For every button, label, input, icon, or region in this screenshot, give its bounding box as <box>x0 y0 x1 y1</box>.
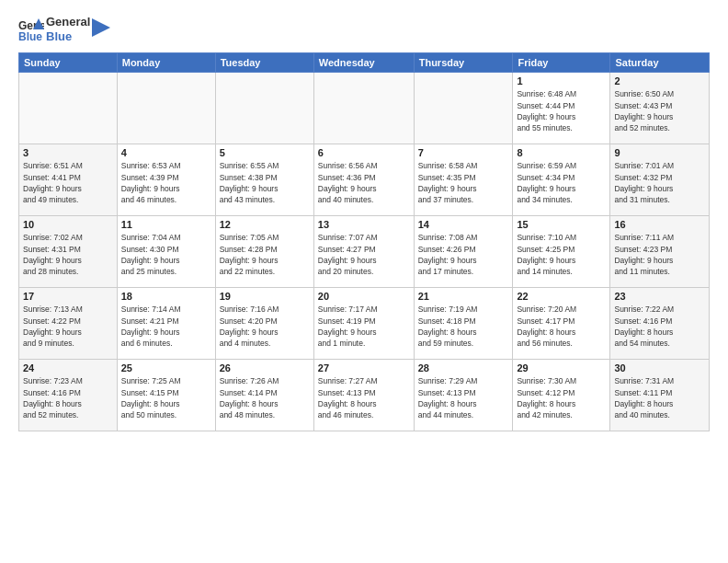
day-number: 15 <box>517 219 606 230</box>
day-number: 7 <box>418 147 509 158</box>
day-info: Sunrise: 7:29 AM Sunset: 4:13 PM Dayligh… <box>418 375 509 420</box>
calendar-week-5: 24Sunrise: 7:23 AM Sunset: 4:16 PM Dayli… <box>19 360 710 431</box>
col-monday: Monday <box>117 53 215 73</box>
calendar-day: 5Sunrise: 6:55 AM Sunset: 4:38 PM Daylig… <box>215 144 313 216</box>
calendar-day: 4Sunrise: 6:53 AM Sunset: 4:39 PM Daylig… <box>117 144 215 216</box>
svg-text:Blue: Blue <box>18 30 42 42</box>
day-number: 11 <box>121 219 211 230</box>
svg-marker-3 <box>92 18 110 37</box>
calendar-day: 19Sunrise: 7:16 AM Sunset: 4:20 PM Dayli… <box>215 288 313 360</box>
day-info: Sunrise: 6:48 AM Sunset: 4:44 PM Dayligh… <box>517 88 606 133</box>
logo-line1: General <box>46 15 90 29</box>
day-number: 21 <box>418 291 509 302</box>
day-number: 2 <box>614 75 705 86</box>
calendar-day: 13Sunrise: 7:07 AM Sunset: 4:27 PM Dayli… <box>313 216 414 288</box>
day-number: 16 <box>614 219 705 230</box>
logo-triangle-icon <box>92 18 110 37</box>
calendar-header-row: Sunday Monday Tuesday Wednesday Thursday… <box>19 53 710 73</box>
day-number: 27 <box>318 362 410 373</box>
calendar-week-3: 10Sunrise: 7:02 AM Sunset: 4:31 PM Dayli… <box>19 216 710 288</box>
calendar-day: 18Sunrise: 7:14 AM Sunset: 4:21 PM Dayli… <box>117 288 215 360</box>
day-number: 8 <box>517 147 606 158</box>
day-info: Sunrise: 7:25 AM Sunset: 4:15 PM Dayligh… <box>121 375 211 420</box>
logo-line2: Blue <box>46 29 90 44</box>
calendar-day: 14Sunrise: 7:08 AM Sunset: 4:26 PM Dayli… <box>414 216 513 288</box>
calendar-day: 9Sunrise: 7:01 AM Sunset: 4:32 PM Daylig… <box>610 144 710 216</box>
calendar-day: 27Sunrise: 7:27 AM Sunset: 4:13 PM Dayli… <box>313 360 414 431</box>
logo: General Blue General Blue <box>18 15 110 43</box>
day-number: 23 <box>614 291 705 302</box>
calendar-day: 29Sunrise: 7:30 AM Sunset: 4:12 PM Dayli… <box>513 360 610 431</box>
day-info: Sunrise: 6:58 AM Sunset: 4:35 PM Dayligh… <box>418 160 509 205</box>
day-info: Sunrise: 7:01 AM Sunset: 4:32 PM Dayligh… <box>614 160 705 205</box>
day-number: 13 <box>318 219 410 230</box>
day-info: Sunrise: 6:55 AM Sunset: 4:38 PM Dayligh… <box>220 160 310 205</box>
day-info: Sunrise: 6:50 AM Sunset: 4:43 PM Dayligh… <box>614 88 705 133</box>
header: General Blue General Blue <box>18 15 710 43</box>
day-number: 1 <box>517 75 606 86</box>
calendar-day: 20Sunrise: 7:17 AM Sunset: 4:19 PM Dayli… <box>313 288 414 360</box>
calendar-day: 22Sunrise: 7:20 AM Sunset: 4:17 PM Dayli… <box>513 288 610 360</box>
day-number: 4 <box>121 147 211 158</box>
day-number: 22 <box>517 291 606 302</box>
calendar-table: Sunday Monday Tuesday Wednesday Thursday… <box>18 52 710 431</box>
day-info: Sunrise: 6:56 AM Sunset: 4:36 PM Dayligh… <box>318 160 410 205</box>
calendar-day: 21Sunrise: 7:19 AM Sunset: 4:18 PM Dayli… <box>414 288 513 360</box>
calendar-day: 1Sunrise: 6:48 AM Sunset: 4:44 PM Daylig… <box>513 73 610 144</box>
day-number: 28 <box>418 362 509 373</box>
col-thursday: Thursday <box>414 53 513 73</box>
calendar-day: 7Sunrise: 6:58 AM Sunset: 4:35 PM Daylig… <box>414 144 513 216</box>
calendar-day: 8Sunrise: 6:59 AM Sunset: 4:34 PM Daylig… <box>513 144 610 216</box>
day-info: Sunrise: 7:23 AM Sunset: 4:16 PM Dayligh… <box>23 375 113 420</box>
calendar-day: 28Sunrise: 7:29 AM Sunset: 4:13 PM Dayli… <box>414 360 513 431</box>
day-number: 5 <box>220 147 310 158</box>
day-info: Sunrise: 6:51 AM Sunset: 4:41 PM Dayligh… <box>23 160 113 205</box>
col-tuesday: Tuesday <box>215 53 313 73</box>
calendar-week-1: 1Sunrise: 6:48 AM Sunset: 4:44 PM Daylig… <box>19 73 710 144</box>
calendar-day: 16Sunrise: 7:11 AM Sunset: 4:23 PM Dayli… <box>610 216 710 288</box>
calendar-day: 23Sunrise: 7:22 AM Sunset: 4:16 PM Dayli… <box>610 288 710 360</box>
calendar-day: 30Sunrise: 7:31 AM Sunset: 4:11 PM Dayli… <box>610 360 710 431</box>
col-wednesday: Wednesday <box>313 53 414 73</box>
calendar-day <box>117 73 215 144</box>
col-sunday: Sunday <box>19 53 118 73</box>
calendar-day: 6Sunrise: 6:56 AM Sunset: 4:36 PM Daylig… <box>313 144 414 216</box>
day-number: 17 <box>23 291 113 302</box>
day-number: 29 <box>517 362 606 373</box>
calendar-week-4: 17Sunrise: 7:13 AM Sunset: 4:22 PM Dayli… <box>19 288 710 360</box>
day-info: Sunrise: 7:19 AM Sunset: 4:18 PM Dayligh… <box>418 304 509 349</box>
calendar-day: 26Sunrise: 7:26 AM Sunset: 4:14 PM Dayli… <box>215 360 313 431</box>
calendar-day: 11Sunrise: 7:04 AM Sunset: 4:30 PM Dayli… <box>117 216 215 288</box>
day-number: 19 <box>220 291 310 302</box>
day-number: 10 <box>23 219 113 230</box>
day-info: Sunrise: 7:05 AM Sunset: 4:28 PM Dayligh… <box>220 232 310 277</box>
day-info: Sunrise: 7:17 AM Sunset: 4:19 PM Dayligh… <box>318 304 410 349</box>
col-friday: Friday <box>513 53 610 73</box>
day-info: Sunrise: 7:11 AM Sunset: 4:23 PM Dayligh… <box>614 232 705 277</box>
day-info: Sunrise: 7:10 AM Sunset: 4:25 PM Dayligh… <box>517 232 606 277</box>
day-info: Sunrise: 7:02 AM Sunset: 4:31 PM Dayligh… <box>23 232 113 277</box>
calendar-day: 3Sunrise: 6:51 AM Sunset: 4:41 PM Daylig… <box>19 144 118 216</box>
day-info: Sunrise: 7:22 AM Sunset: 4:16 PM Dayligh… <box>614 304 705 349</box>
day-number: 30 <box>614 362 705 373</box>
day-number: 26 <box>220 362 310 373</box>
day-info: Sunrise: 7:31 AM Sunset: 4:11 PM Dayligh… <box>614 375 705 420</box>
calendar-day <box>19 73 118 144</box>
calendar-day <box>215 73 313 144</box>
day-number: 12 <box>220 219 310 230</box>
calendar-day: 12Sunrise: 7:05 AM Sunset: 4:28 PM Dayli… <box>215 216 313 288</box>
calendar-day: 17Sunrise: 7:13 AM Sunset: 4:22 PM Dayli… <box>19 288 118 360</box>
day-info: Sunrise: 7:26 AM Sunset: 4:14 PM Dayligh… <box>220 375 310 420</box>
day-number: 24 <box>23 362 113 373</box>
day-info: Sunrise: 6:53 AM Sunset: 4:39 PM Dayligh… <box>121 160 211 205</box>
col-saturday: Saturday <box>610 53 710 73</box>
calendar-day <box>313 73 414 144</box>
day-number: 20 <box>318 291 410 302</box>
day-info: Sunrise: 7:27 AM Sunset: 4:13 PM Dayligh… <box>318 375 410 420</box>
calendar-day: 25Sunrise: 7:25 AM Sunset: 4:15 PM Dayli… <box>117 360 215 431</box>
calendar-day: 2Sunrise: 6:50 AM Sunset: 4:43 PM Daylig… <box>610 73 710 144</box>
day-info: Sunrise: 7:16 AM Sunset: 4:20 PM Dayligh… <box>220 304 310 349</box>
day-number: 25 <box>121 362 211 373</box>
day-info: Sunrise: 7:14 AM Sunset: 4:21 PM Dayligh… <box>121 304 211 349</box>
calendar-day: 24Sunrise: 7:23 AM Sunset: 4:16 PM Dayli… <box>19 360 118 431</box>
